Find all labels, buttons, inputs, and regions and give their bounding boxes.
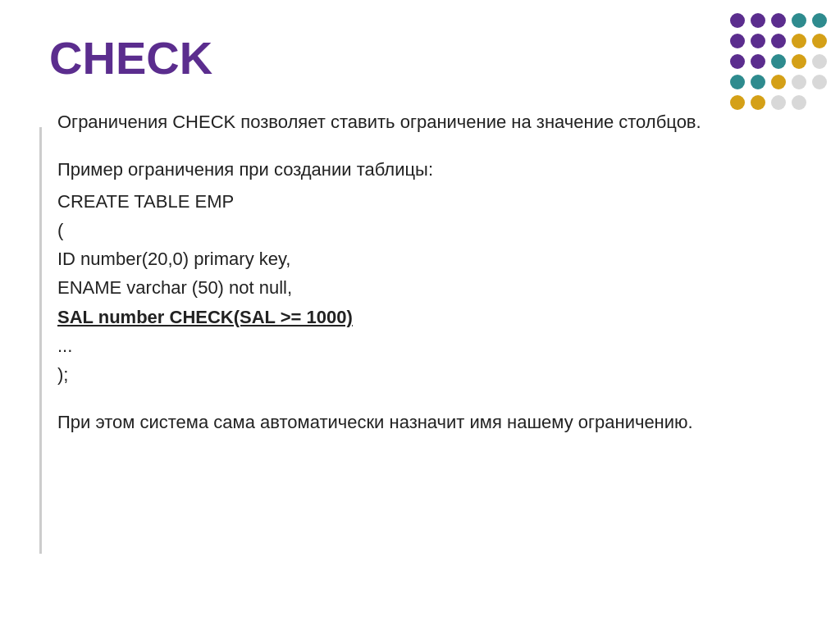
slide-title: CHECK (49, 33, 791, 84)
svg-point-12 (771, 54, 786, 69)
svg-point-14 (812, 54, 827, 69)
svg-point-11 (751, 54, 765, 69)
svg-point-4 (812, 13, 827, 28)
svg-point-20 (730, 95, 745, 110)
code-line-6: ... (57, 331, 791, 360)
svg-point-10 (730, 54, 745, 69)
svg-point-3 (792, 13, 806, 28)
left-border-decoration (39, 127, 42, 554)
svg-point-13 (792, 54, 806, 69)
paragraph-1-text: Ограничения CHECK позволяет ставить огра… (57, 112, 701, 132)
svg-point-22 (771, 95, 786, 110)
svg-point-21 (751, 95, 765, 110)
paragraph-3: При этом система сама автоматически назн… (57, 409, 791, 436)
svg-point-23 (792, 95, 806, 110)
decorative-dots (725, 8, 832, 115)
code-intro: Пример ограничения при создании таблицы: (57, 155, 791, 184)
code-block: Пример ограничения при создании таблицы:… (57, 155, 791, 390)
svg-point-9 (812, 34, 827, 48)
paragraph-1: Ограничения CHECK позволяет ставить огра… (57, 108, 791, 135)
code-line-3: ID number(20,0) primary key, (57, 244, 791, 273)
code-line-1: CREATE TABLE EMP (57, 187, 791, 216)
svg-point-5 (730, 34, 745, 48)
svg-point-1 (751, 13, 765, 28)
svg-point-17 (771, 75, 786, 89)
paragraph-3-text: При этом система сама автоматически назн… (57, 412, 693, 432)
svg-point-16 (751, 75, 765, 89)
code-line-2: ( (57, 216, 791, 244)
code-line-7: ); (57, 360, 791, 389)
svg-point-6 (751, 34, 765, 48)
code-line-4: ENAME varchar (50) not null, (57, 273, 791, 302)
svg-point-8 (792, 34, 806, 48)
svg-point-2 (771, 13, 786, 28)
svg-point-7 (771, 34, 786, 48)
slide: CHECK Ограничения CHECK позволяет ставит… (0, 0, 840, 630)
svg-point-18 (792, 75, 806, 89)
svg-point-15 (730, 75, 745, 89)
svg-point-0 (730, 13, 745, 28)
svg-point-19 (812, 75, 827, 89)
code-line-5-bold: SAL number CHECK(SAL >= 1000) (57, 303, 791, 331)
